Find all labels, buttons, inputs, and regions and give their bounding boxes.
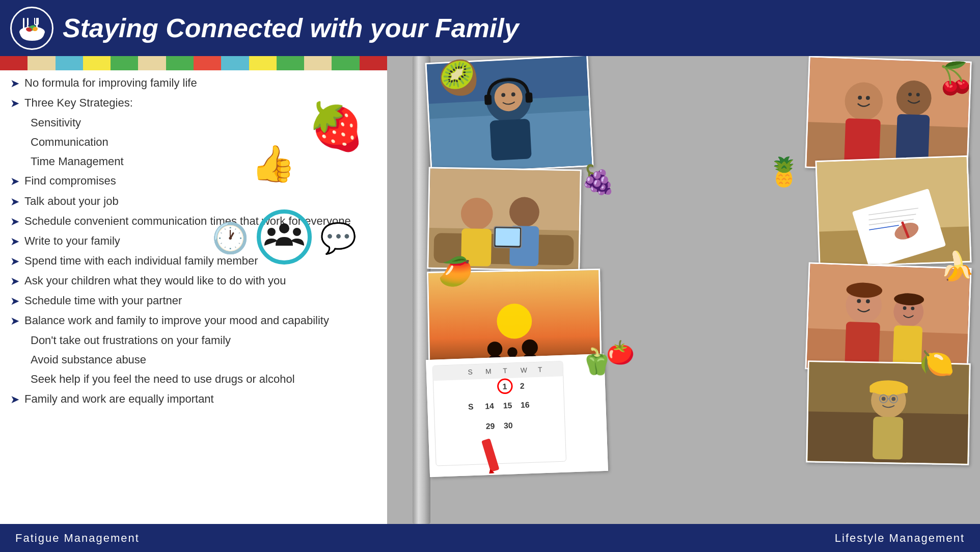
svg-text:29: 29 (485, 422, 495, 431)
bar-14 (360, 56, 387, 70)
fruit-decoration: 🍓 (285, 70, 387, 182)
bar-13 (332, 56, 359, 70)
item-text: Talk about your job (24, 193, 119, 210)
bar-12 (304, 56, 332, 70)
item-text: Three Key Strategies: (24, 94, 133, 112)
arrow-icon: ➤ (10, 173, 19, 190)
bar-11 (277, 56, 304, 70)
item-text: Find compromises (24, 172, 116, 190)
kiwi-sticker: 🥝 (438, 59, 479, 97)
svg-point-11 (293, 228, 301, 236)
footer-right-text: Lifestyle Management (835, 532, 965, 545)
arrow-icon: ➤ (10, 312, 19, 330)
svg-text:1: 1 (502, 382, 507, 391)
item-text: No formula for improving family life (24, 74, 197, 92)
sub-item: Don't take out frustrations on your fami… (31, 332, 377, 349)
svg-text:T: T (538, 366, 543, 374)
svg-rect-98 (869, 385, 908, 393)
pineapple-sticker: 🍍 (767, 155, 802, 189)
clock-icon: 🕐 (212, 221, 249, 255)
bar-8 (194, 56, 221, 70)
bar-1 (0, 56, 28, 70)
bar-10 (249, 56, 277, 70)
svg-text:30: 30 (504, 421, 513, 430)
svg-rect-66 (845, 322, 880, 367)
bar-4 (83, 56, 111, 70)
chat-icon: 💬 (320, 221, 357, 255)
sub-list: Don't take out frustrations on your fami… (31, 332, 377, 388)
sub-item: Avoid substance abuse (31, 351, 377, 369)
bar-9 (221, 56, 249, 70)
list-item-sub-group: Don't take out frustrations on your fami… (10, 332, 377, 388)
bar-6 (138, 56, 166, 70)
svg-rect-99 (873, 416, 903, 459)
svg-text:S: S (468, 402, 474, 411)
item-text: Family and work are equally important (24, 390, 214, 408)
list-item: ➤ Talk about your job (10, 193, 377, 211)
svg-rect-40 (495, 228, 520, 246)
svg-rect-16 (489, 119, 532, 161)
arrow-icon: ➤ (10, 253, 19, 270)
arrow-icon: ➤ (10, 293, 19, 310)
arrow-icon: ➤ (10, 233, 19, 250)
photo-content: S M T W T 1 2 S 14 15 16 29 (427, 355, 607, 476)
svg-point-9 (279, 223, 289, 233)
svg-rect-25 (844, 118, 881, 165)
arrow-icon: ➤ (10, 213, 19, 230)
svg-point-10 (267, 228, 276, 236)
header: Staying Connected with your Family (0, 0, 980, 56)
svg-text:2: 2 (520, 381, 525, 390)
list-item: ➤ Schedule time with your partner (10, 292, 377, 310)
cherry-sticker: 🍒 (937, 60, 975, 96)
svg-text:W: W (520, 366, 527, 374)
bar-5 (111, 56, 138, 70)
banana-sticker: 🍌 (940, 250, 975, 283)
tomato-sticker: 🍅 (606, 339, 635, 366)
svg-rect-27 (895, 114, 930, 163)
svg-text:14: 14 (485, 402, 494, 411)
svg-text:15: 15 (503, 401, 512, 410)
thumbsup-icon: 👍 (251, 143, 295, 185)
item-text: Schedule time with your partner (24, 292, 182, 309)
header-icon (10, 7, 53, 50)
svg-text:T: T (503, 367, 508, 375)
svg-text:M: M (485, 367, 492, 375)
list-item: ➤ Balance work and family to improve you… (10, 312, 377, 330)
item-text: Ask your children what they would like t… (24, 272, 286, 290)
bar-2 (28, 56, 55, 70)
list-item: ➤ Family and work are equally important (10, 390, 377, 408)
item-text: Balance work and family to improve your … (24, 312, 329, 329)
people-icon (256, 209, 312, 267)
lemon-sticker: 🍋 (919, 347, 955, 380)
bar-3 (56, 56, 83, 70)
left-panel: 🍓 👍 🕐 (0, 56, 387, 524)
arrow-icon: ➤ (10, 75, 19, 92)
footer-left-text: Fatigue Management (15, 532, 140, 545)
arrow-icon: ➤ (10, 273, 19, 290)
grapes-sticker: 🍇 (581, 163, 616, 196)
color-bars (0, 56, 387, 70)
svg-rect-18 (525, 92, 533, 102)
icons-area: 🕐 💬 (212, 209, 357, 267)
arrow-icon: ➤ (10, 95, 19, 112)
header-title: Staying Connected with your Family (63, 13, 519, 43)
sub-item: Seek help if you feel the need to use dr… (31, 371, 377, 388)
bar-7 (166, 56, 194, 70)
svg-text:16: 16 (521, 400, 530, 409)
mango-sticker: 🥭 (438, 255, 473, 288)
right-panel: S M T W T 1 2 S 14 15 16 29 (387, 56, 980, 524)
svg-rect-2 (23, 18, 24, 29)
item-text: Write to your family (24, 232, 120, 250)
arrow-icon: ➤ (10, 193, 19, 211)
svg-rect-3 (27, 18, 29, 25)
main-content: 🍓 👍 🕐 (0, 56, 980, 524)
svg-text:S: S (468, 368, 473, 376)
svg-rect-17 (484, 95, 492, 105)
footer: Fatigue Management Lifestyle Management (0, 524, 980, 552)
arrow-icon: ➤ (10, 391, 19, 408)
list-item: ➤ Ask your children what they would like… (10, 272, 377, 290)
svg-rect-68 (893, 325, 923, 367)
